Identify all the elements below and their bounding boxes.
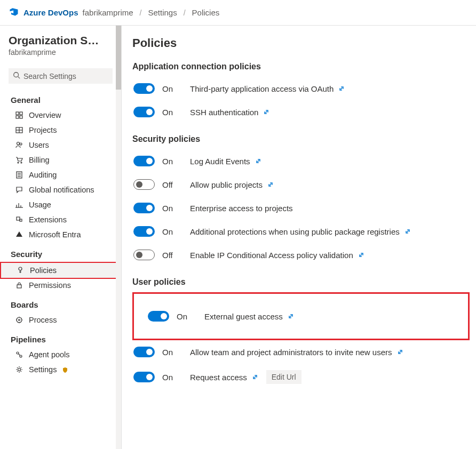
- toggle-state: On: [162, 348, 183, 357]
- toggle-audit[interactable]: [133, 156, 155, 166]
- link-icon[interactable]: [251, 373, 259, 381]
- policy-row-ssh: On SSH authentication: [132, 100, 470, 124]
- toggle-package-protections[interactable]: [133, 226, 155, 237]
- sidebar-item-label: Usage: [29, 201, 51, 209]
- sidebar-item-label: Agent pools: [29, 350, 70, 359]
- scrollbar-track[interactable]: [116, 26, 121, 449]
- search-input[interactable]: Search Settings: [9, 68, 113, 84]
- svg-rect-5: [20, 116, 22, 118]
- toggle-request-access[interactable]: [133, 372, 155, 382]
- link-icon[interactable]: [338, 85, 345, 92]
- sidebar-item-label: Extensions: [29, 215, 67, 224]
- chat-icon: [15, 186, 23, 194]
- section-boards: Boards: [0, 293, 121, 312]
- sidebar-item-microsoft-entra[interactable]: Microsoft Entra: [0, 227, 121, 242]
- page-title: Policies: [132, 36, 470, 50]
- users-icon: [15, 141, 23, 149]
- sidebar-item-label: Auditing: [29, 171, 57, 179]
- main-content: Policies Application connection policies…: [122, 26, 476, 449]
- svg-line-1: [18, 77, 20, 79]
- policy-row-enterprise-access: On Enterprise access to projects: [132, 196, 470, 220]
- policy-label: Allow public projects: [190, 180, 263, 189]
- toggle-state: Off: [162, 180, 183, 189]
- cart-icon: [15, 156, 23, 164]
- agent-pools-icon: [15, 350, 23, 359]
- sidebar-item-label: Overview: [29, 111, 61, 119]
- toggle-ip-conditional[interactable]: [133, 250, 155, 260]
- scrollbar-thumb[interactable]: [116, 26, 121, 90]
- breadcrumb-org[interactable]: fabrikamprime: [83, 8, 133, 17]
- svg-point-12: [21, 162, 22, 163]
- toggle-state: On: [162, 227, 183, 236]
- grid-icon: [15, 111, 23, 119]
- sidebar-item-label: Settings: [29, 365, 57, 374]
- policy-row-audit: On Log Audit Events: [132, 149, 470, 173]
- sidebar-item-overview[interactable]: Overview: [0, 108, 121, 123]
- sidebar-item-billing[interactable]: Billing: [0, 153, 121, 167]
- toggle-state: Off: [162, 251, 183, 260]
- toggle-enterprise-access[interactable]: [133, 203, 155, 213]
- breadcrumb-bar: Azure DevOps fabrikamprime / Settings / …: [0, 0, 476, 26]
- svg-rect-3: [20, 112, 22, 115]
- toggle-external-guest[interactable]: [148, 311, 169, 322]
- sidebar-item-permissions[interactable]: Permissions: [0, 278, 121, 293]
- sidebar-subtitle: fabrikamprime: [9, 48, 113, 57]
- search-placeholder: Search Settings: [23, 72, 76, 81]
- highlight-annotation-main: On External guest access: [132, 292, 470, 340]
- link-icon[interactable]: [263, 108, 270, 116]
- breadcrumb-separator: /: [140, 9, 142, 17]
- sidebar-item-label: Permissions: [29, 281, 71, 290]
- breadcrumb-section[interactable]: Settings: [148, 8, 177, 17]
- sidebar-item-global-notifications[interactable]: Global notifications: [0, 182, 121, 197]
- sidebar-item-label: Process: [29, 316, 57, 324]
- toggle-public-projects[interactable]: [133, 179, 155, 190]
- link-icon[interactable]: [358, 251, 365, 259]
- policy-row-request-access: On Request access Edit Url: [132, 364, 470, 390]
- sidebar-item-extensions[interactable]: Extensions: [0, 212, 121, 227]
- policy-row-ip-conditional: Off Enable IP Conditional Access policy …: [132, 243, 470, 267]
- toggle-ssh[interactable]: [133, 107, 155, 117]
- sidebar-item-label: Users: [29, 141, 49, 149]
- link-icon[interactable]: [255, 157, 262, 165]
- process-icon: [15, 316, 23, 324]
- sidebar-item-usage[interactable]: Usage: [0, 197, 121, 212]
- brand[interactable]: Azure DevOps: [9, 6, 78, 19]
- svg-rect-21: [17, 217, 20, 220]
- sidebar: Organization S… fabrikamprime Search Set…: [0, 26, 122, 449]
- link-icon[interactable]: [396, 348, 404, 356]
- sidebar-item-policies[interactable]: Policies: [1, 263, 120, 278]
- link-icon[interactable]: [267, 181, 274, 188]
- breadcrumb-page: Policies: [192, 8, 220, 17]
- svg-point-10: [20, 143, 22, 145]
- edit-url-button[interactable]: Edit Url: [266, 370, 302, 384]
- sidebar-item-agent-pools[interactable]: Agent pools: [0, 347, 121, 362]
- svg-point-33: [20, 355, 22, 357]
- policy-row-public-projects: Off Allow public projects: [132, 173, 470, 196]
- toggle-oauth[interactable]: [133, 83, 155, 94]
- section-pipelines: Pipelines: [0, 327, 121, 347]
- toggle-invite-users[interactable]: [133, 347, 155, 357]
- policy-label: External guest access: [204, 312, 283, 321]
- policy-label: Allow team and project administrators to…: [190, 348, 392, 357]
- toggle-state: On: [162, 373, 183, 382]
- highlight-annotation-sidebar: Policies: [0, 262, 121, 279]
- sidebar-item-auditing[interactable]: Auditing: [0, 167, 121, 182]
- sidebar-item-projects[interactable]: Projects: [0, 123, 121, 138]
- svg-point-35: [18, 368, 21, 371]
- policy-label: Log Audit Events: [190, 157, 250, 166]
- sidebar-item-users[interactable]: Users: [0, 138, 121, 153]
- policy-label: Third-party application access via OAuth: [190, 84, 334, 93]
- group-title-user: User policies: [132, 277, 470, 287]
- policy-label: SSH authentication: [190, 108, 258, 117]
- chart-icon: [15, 201, 23, 209]
- sidebar-item-label: Global notifications: [29, 186, 94, 194]
- sidebar-item-settings[interactable]: Settings: [0, 362, 121, 377]
- svg-point-11: [18, 162, 19, 163]
- link-icon[interactable]: [404, 228, 411, 235]
- policy-row-package-protections: On Additional protections when using pub…: [132, 220, 470, 243]
- sidebar-item-process[interactable]: Process: [0, 312, 121, 327]
- section-security: Security: [0, 242, 121, 262]
- policy-icon: [16, 266, 25, 275]
- svg-rect-22: [20, 219, 22, 221]
- link-icon[interactable]: [287, 312, 295, 320]
